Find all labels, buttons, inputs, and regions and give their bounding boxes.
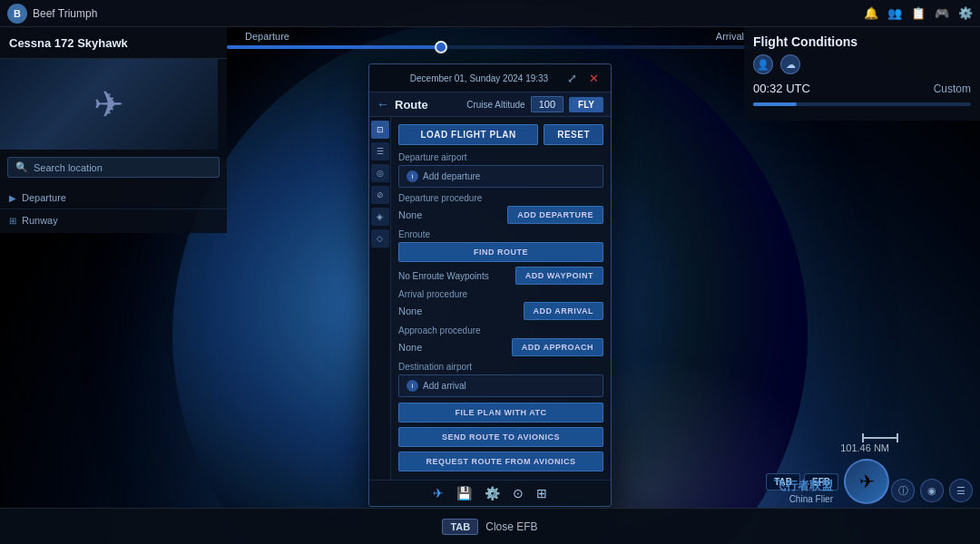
info-icon-departure: i — [407, 170, 418, 182]
flight-conditions-panel: Flight Conditions 👤 ☁ 00:32 UTC Custom — [744, 27, 980, 121]
sidebar-map-icon[interactable]: ◎ — [371, 164, 389, 182]
dialog-body: ⊡ ☰ ◎ ⊘ ◈ ◇ LOAD FLIGHT PLAN RESET Depar… — [369, 117, 611, 480]
route-labels: Departure Arrival — [227, 31, 762, 42]
dialog-content: LOAD FLIGHT PLAN RESET Departure airport… — [391, 117, 611, 480]
cruise-value[interactable]: 100 — [531, 96, 564, 112]
info-icon-destination: i — [407, 380, 418, 392]
aircraft-title: Cessna 172 Skyhawk — [9, 36, 128, 50]
add-approach-button[interactable]: ADD APPROACH — [512, 338, 603, 356]
bottom-bar: TAB Close EFB — [0, 508, 980, 544]
controller-icon[interactable]: 🎮 — [935, 6, 949, 20]
cruise-label: Cruise Altitude — [466, 100, 524, 110]
footer-flight-icon[interactable]: ✈ — [433, 486, 444, 500]
search-icon: 🔍 — [15, 161, 28, 173]
arrival-nav-label: Arrival — [716, 31, 744, 42]
dialog-sidebar: ⊡ ☰ ◎ ⊘ ◈ ◇ — [369, 117, 391, 480]
add-waypoint-button[interactable]: ADD WAYPOINT — [515, 267, 603, 285]
nav-icons-group: 🔔 👥 📋 🎮 ⚙️ — [864, 6, 973, 20]
departure-airport-label: Departure airport — [398, 152, 603, 162]
footer-save-icon[interactable]: 💾 — [456, 486, 472, 500]
close-icon[interactable]: ✕ — [585, 70, 602, 86]
fc-slider-fill — [753, 102, 797, 106]
search-box[interactable]: 🔍 Search location — [7, 157, 220, 178]
logo-icon: ✈ — [844, 459, 889, 504]
route-dialog: December 01, Sunday 2024 19:33 ⤢ ✕ ← Rou… — [368, 63, 612, 507]
close-efb-label: Close EFB — [485, 520, 537, 533]
user-avatar: B — [7, 4, 27, 24]
sidebar-route-icon[interactable]: ⊡ — [371, 121, 389, 139]
sidebar-fuel-icon[interactable]: ⊘ — [371, 186, 389, 204]
route-progress-thumb[interactable] — [435, 41, 447, 53]
route-progress-fill — [227, 45, 441, 49]
left-panel: Cessna 172 Skyhawk ✈ 🔍 Search location ▶… — [0, 27, 227, 233]
file-atc-button[interactable]: FILE PLAN WITH ATC — [398, 403, 603, 423]
distance-ruler — [862, 437, 898, 439]
friends-icon[interactable]: 👥 — [887, 6, 902, 20]
departure-label: Departure — [22, 192, 66, 203]
fc-slider[interactable] — [753, 102, 971, 106]
route-progress-bar — [227, 45, 762, 49]
footer-grid-icon[interactable]: ⊞ — [536, 486, 547, 500]
distance-label: 101.46 NM — [840, 442, 889, 453]
bottom-right-buttons: ⓘ ◉ ☰ — [891, 479, 973, 502]
destination-airport-input[interactable]: i Add arrival — [398, 374, 603, 397]
list-button[interactable]: ☰ — [949, 479, 973, 502]
watermark-text: 飞行者联盟 — [774, 478, 833, 494]
back-button[interactable]: ← — [377, 97, 389, 112]
aircraft-header: Cessna 172 Skyhawk — [0, 27, 227, 59]
fc-icons-row: 👤 ☁ — [753, 54, 971, 74]
notification-icon[interactable]: 🔔 — [864, 6, 878, 20]
fly-button[interactable]: FLY — [569, 97, 603, 112]
departure-icon: ▶ — [9, 193, 16, 203]
sidebar-notam-icon[interactable]: ◇ — [371, 229, 389, 248]
fc-user-icon[interactable]: 👤 — [753, 54, 773, 74]
expand-icon[interactable]: ⤢ — [564, 70, 580, 86]
destination-label: Destination airport — [398, 362, 603, 372]
destination-placeholder: Add arrival — [423, 381, 466, 391]
add-departure-button[interactable]: ADD DEPARTURE — [507, 206, 603, 224]
search-placeholder: Search location — [34, 162, 103, 173]
runway-icon: ⊞ — [9, 216, 16, 226]
footer-display-icon[interactable]: ⊙ — [513, 486, 524, 500]
tab-key-label[interactable]: TAB — [442, 519, 478, 535]
action-buttons: FILE PLAN WITH ATC SEND ROUTE TO AVIONIC… — [398, 403, 603, 476]
departure-airport-input[interactable]: i Add departure — [398, 165, 603, 188]
achievements-icon[interactable]: 📋 — [911, 6, 926, 20]
add-arrival-button[interactable]: ADD ARRIVAL — [524, 302, 604, 320]
dialog-header-icons: ⤢ ✕ — [564, 70, 602, 86]
reset-button[interactable]: RESET — [544, 124, 603, 145]
find-route-button[interactable]: FIND ROUTE — [398, 242, 603, 262]
sidebar-wx-icon[interactable]: ◈ — [371, 208, 389, 226]
dialog-title: Route — [395, 98, 461, 112]
username-label: Beef Triumph — [33, 7, 97, 20]
approach-proc-label: Approach procedure — [398, 325, 603, 335]
footer-settings-icon[interactable]: ⚙️ — [485, 486, 500, 500]
info-button[interactable]: ⓘ — [891, 479, 915, 502]
send-avionics-button[interactable]: SEND ROUTE TO AVIONICS — [398, 427, 603, 447]
nav-left: B Beef Triumph — [7, 4, 97, 24]
departure-airport-placeholder: Add departure — [423, 171, 480, 181]
dialog-footer: ✈ 💾 ⚙️ ⊙ ⊞ — [369, 480, 611, 506]
aircraft-image: ✈ — [0, 59, 218, 150]
no-waypoints-label: No Enroute Waypoints — [398, 271, 489, 281]
layers-button[interactable]: ◉ — [920, 479, 944, 502]
fc-title: Flight Conditions — [753, 34, 971, 49]
fc-preset: Custom — [934, 83, 971, 95]
watermark-sub: China Flier — [789, 494, 833, 504]
left-panel-items: ▶ Departure ⊞ Runway — [0, 185, 227, 233]
divider-1 — [0, 209, 227, 209]
request-avionics-button[interactable]: REQUEST ROUTE FROM AVIONICS — [398, 452, 603, 471]
settings-icon[interactable]: ⚙️ — [958, 6, 973, 20]
watermark-area: 飞行者联盟 China Flier — [774, 478, 833, 504]
departure-proc-label: Departure procedure — [398, 193, 603, 203]
load-flight-plan-button[interactable]: LOAD FLIGHT PLAN — [398, 124, 538, 145]
arrival-proc-row: None ADD ARRIVAL — [398, 302, 603, 320]
departure-none: None — [398, 209, 422, 220]
departure-item[interactable]: ▶ Departure — [0, 189, 227, 207]
fc-weather-icon[interactable]: ☁ — [780, 54, 800, 74]
sidebar-nav-icon[interactable]: ☰ — [371, 142, 389, 160]
dialog-datetime: December 01, Sunday 2024 19:33 — [395, 73, 564, 83]
approach-none: None — [398, 342, 422, 353]
dialog-tab-bar: ← Route Cruise Altitude 100 FLY — [369, 92, 611, 117]
runway-item[interactable]: ⊞ Runway — [0, 211, 227, 229]
